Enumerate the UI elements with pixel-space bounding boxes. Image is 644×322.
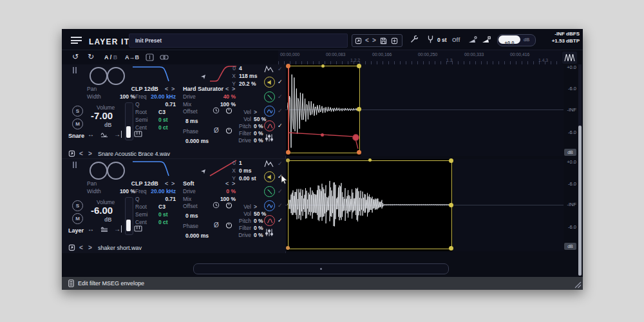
redo-icon[interactable]: ↻: [88, 52, 94, 61]
menu-icon[interactable]: [71, 37, 82, 44]
volume-fader[interactable]: [125, 102, 133, 140]
scrollbar-center-grip[interactable]: [320, 268, 322, 270]
envelope-point[interactable]: [286, 158, 290, 162]
waveform-mode-icon[interactable]: [100, 132, 108, 138]
save-as-preset-icon[interactable]: [391, 37, 398, 44]
q-value[interactable]: 0.71: [138, 196, 176, 202]
horizontal-zoom-scrollbar[interactable]: [193, 263, 449, 274]
drive-envelope-check[interactable]: ✓: [278, 217, 283, 223]
offset-clock-icon[interactable]: [213, 107, 220, 114]
filter-curve[interactable]: [131, 64, 175, 82]
drive-envelope-point[interactable]: [321, 133, 324, 137]
browse-sample-icon[interactable]: [68, 244, 75, 251]
drive-envelope-check[interactable]: ✓: [278, 122, 283, 129]
envelope-point[interactable]: [357, 107, 361, 111]
mseg-check[interactable]: ✓: [278, 66, 283, 72]
pan-value[interactable]: C: [106, 180, 135, 187]
volume-value[interactable]: -7.00: [91, 110, 113, 121]
waveform-mode-icon[interactable]: [100, 227, 108, 232]
filter-curve[interactable]: [131, 159, 175, 177]
filter-type[interactable]: LP 12dB: [135, 180, 158, 187]
zoom-waveform-icon[interactable]: [562, 52, 577, 64]
q-value[interactable]: 0.71: [138, 101, 176, 108]
drive-envelope-line[interactable]: [285, 64, 564, 156]
envelope-point[interactable]: [357, 64, 361, 68]
loop-mode-icon[interactable]: ↔: [88, 131, 94, 138]
semi-value[interactable]: 0 st: [158, 117, 168, 123]
offset-value[interactable]: 8 ms: [185, 118, 198, 124]
tools-wrench-icon[interactable]: [410, 35, 419, 44]
width-value[interactable]: 100 %: [106, 93, 135, 100]
mseg-envelope-icon[interactable]: [264, 65, 274, 73]
browse-sample-icon[interactable]: [68, 150, 75, 157]
output-gain-slider[interactable]: +0.0 dB: [497, 34, 536, 46]
browse-preset-icon[interactable]: [355, 37, 362, 44]
saturator-type[interactable]: Hard Saturator: [183, 86, 223, 92]
retrigger-cursor-icon[interactable]: [200, 169, 206, 174]
envelope-point[interactable]: [449, 158, 453, 163]
envelope-point[interactable]: [286, 64, 290, 68]
copy-a-to-b-button[interactable]: A→B: [125, 54, 139, 61]
audition-horn-a-icon[interactable]: [468, 35, 478, 44]
width-knob[interactable]: [107, 67, 125, 85]
next-sample-button[interactable]: >: [88, 244, 92, 251]
snap-end-icon[interactable]: →: [114, 131, 122, 138]
next-sample-button[interactable]: >: [88, 150, 92, 157]
prev-sample-button[interactable]: <: [79, 244, 83, 251]
env-settings-icon[interactable]: [265, 133, 274, 142]
solo-button[interactable]: S: [72, 200, 83, 211]
audition-horn-b-icon[interactable]: [481, 35, 491, 44]
filter-envelope-icon[interactable]: [264, 106, 275, 117]
vol-envelope-check[interactable]: ✓: [278, 79, 283, 85]
pan-knob[interactable]: [90, 67, 108, 85]
volume-fader-thumb[interactable]: [126, 126, 131, 138]
semi-value[interactable]: 0 st: [158, 211, 168, 218]
pitch-env-value[interactable]: 0 %: [254, 218, 263, 224]
drive-value[interactable]: 40 %: [196, 93, 236, 100]
keyboard-icon[interactable]: [134, 131, 142, 137]
pan-knob[interactable]: [90, 162, 108, 180]
root-value[interactable]: C3: [158, 109, 166, 115]
phase-value[interactable]: 0.000 ms: [185, 138, 209, 144]
filter-env-value[interactable]: 0 %: [254, 130, 263, 137]
envelope-point[interactable]: [286, 150, 290, 155]
sample-file-name[interactable]: Snare Acoustic Brace 4.wav: [98, 151, 170, 157]
root-value[interactable]: C3: [158, 204, 166, 210]
filter-envelope-check[interactable]: ✓: [278, 108, 283, 114]
preset-field[interactable]: Init Preset: [129, 33, 348, 48]
pitch-envelope-icon[interactable]: [264, 91, 275, 102]
vertical-scrollbar[interactable]: [578, 64, 582, 276]
pitch-env-value[interactable]: 0 %: [254, 123, 263, 129]
waveform-editor-1[interactable]: [285, 64, 564, 156]
prev-preset-button[interactable]: <: [365, 37, 369, 44]
envelope-point[interactable]: [357, 150, 361, 155]
filter-prev[interactable]: <: [165, 86, 168, 92]
drive-envelope-icon[interactable]: [264, 120, 275, 131]
tuning-fork-icon[interactable]: [426, 35, 435, 44]
filter-envelope-icon[interactable]: [264, 200, 275, 211]
link-layers-icon[interactable]: [160, 53, 169, 61]
cent-value[interactable]: 0 ct: [158, 124, 168, 131]
filter-env-value[interactable]: 0 %: [254, 225, 263, 231]
retrigger-cursor-icon[interactable]: [200, 74, 206, 79]
filter-envelope-check[interactable]: ✓: [278, 202, 283, 209]
drag-grip-icon[interactable]: [72, 66, 77, 74]
drag-grip-icon[interactable]: [72, 161, 77, 169]
filter-next[interactable]: >: [171, 86, 175, 92]
offset-clock-icon[interactable]: [213, 202, 220, 209]
drive-env-value[interactable]: 0 %: [254, 137, 263, 144]
vel-value[interactable]: >: [254, 109, 257, 115]
env-settings-icon[interactable]: [265, 228, 274, 237]
mseg-check[interactable]: ✓: [278, 160, 283, 167]
sample-file-name[interactable]: shaker short.wav: [98, 245, 142, 251]
global-tune-value[interactable]: 0 st: [437, 37, 447, 43]
pitch-envelope-check[interactable]: ✓: [278, 93, 283, 100]
envelope-point[interactable]: [368, 158, 372, 162]
time-ruler[interactable]: 00:00,000 00:00,083 00:00,166 00:00,250 …: [278, 50, 562, 65]
volume-fader-thumb[interactable]: [126, 220, 131, 231]
vol-env-value[interactable]: 50 %: [254, 116, 266, 122]
mute-button[interactable]: M: [72, 118, 83, 129]
vol-env-value[interactable]: 50 %: [254, 211, 266, 217]
vel-value[interactable]: >: [254, 204, 257, 210]
global-tune-mode[interactable]: Off: [452, 37, 460, 43]
